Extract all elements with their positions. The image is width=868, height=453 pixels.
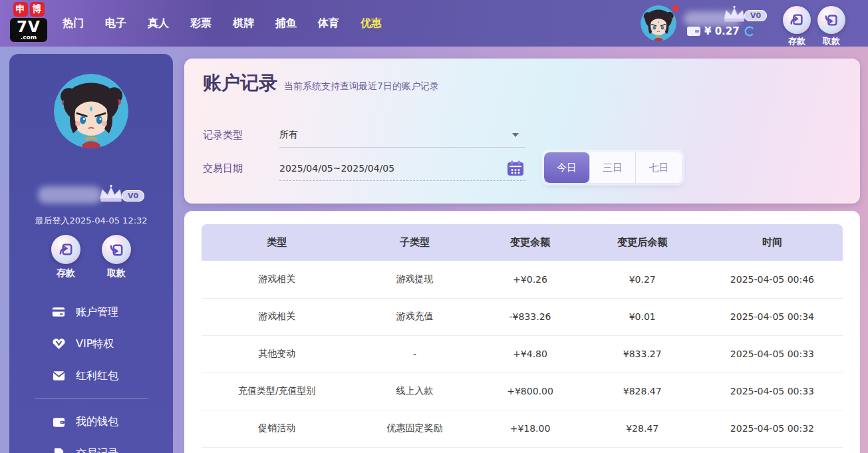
top-navigation-bar: 申 博 7V .com 热门 电子 真人 彩票 棋牌 捕鱼 体育 优惠 <box>0 0 868 47</box>
sidebar: V0 最后登入2025-04-05 12:32 存款 取款 账户管理 <box>9 54 173 453</box>
col-header-subtype: 子类型 <box>353 224 478 261</box>
range-button-3days[interactable]: 三日 <box>590 152 636 183</box>
site-logo[interactable]: 申 博 7V .com <box>8 2 49 42</box>
chevron-down-icon <box>512 133 519 137</box>
table-row: 促销活动 优惠固定奖励 +¥18.00 ¥28.47 2025-04-05 00… <box>202 410 843 447</box>
account-records-page: 申 博 7V .com 热门 电子 真人 彩票 棋牌 捕鱼 体育 优惠 <box>0 0 868 453</box>
logo-char-1: 申 <box>13 2 28 17</box>
record-type-select[interactable]: 所有 <box>279 122 525 148</box>
calendar-icon[interactable] <box>507 160 524 178</box>
nav-item-hot[interactable]: 热门 <box>52 17 94 31</box>
nav-item-sports[interactable]: 体育 <box>307 17 350 31</box>
notification-dot <box>672 5 678 11</box>
withdraw-icon <box>108 241 125 258</box>
sidebar-item-wallet[interactable]: 我的钱包 <box>9 406 173 438</box>
date-range-input[interactable]: 2025/04/05~2025/04/05 <box>279 156 525 181</box>
record-type-value: 所有 <box>279 129 298 141</box>
sidebar-withdraw-button[interactable]: 取款 <box>102 235 131 279</box>
user-info-cluster: V0 ¥ 0.27 存款 取款 <box>629 0 868 47</box>
records-table-panel: 类型 子类型 变更余额 变更后余额 时间 游戏相关 游戏提现 +¥0.26 ¥0… <box>184 211 860 453</box>
table-row: 充值类型/充值型别 线上入款 +¥800.00 ¥828.47 2025-04-… <box>202 373 843 410</box>
bank-card-icon <box>52 305 65 319</box>
sidebar-deposit-button[interactable]: 存款 <box>51 235 80 279</box>
wallet-icon <box>52 415 65 428</box>
profile-username-blurred <box>38 186 102 204</box>
col-header-time: 时间 <box>702 224 843 261</box>
page-title: 账户记录 <box>203 71 277 96</box>
logo-char-2: 博 <box>30 2 45 17</box>
nav-item-live[interactable]: 真人 <box>137 17 180 31</box>
deposit-button[interactable]: 存款 <box>783 6 811 47</box>
record-type-label: 记录类型 <box>203 129 279 142</box>
nav-item-fishing[interactable]: 捕鱼 <box>265 17 307 31</box>
vip-level-badge: V0 <box>122 190 144 202</box>
wallet-icon <box>687 27 700 36</box>
vip-level-badge: V0 <box>744 10 767 21</box>
sidebar-item-account-management[interactable]: 账户管理 <box>9 296 173 328</box>
main-nav-menu: 热门 电子 真人 彩票 棋牌 捕鱼 体育 优惠 <box>52 0 392 47</box>
table-row: 游戏相关 游戏提现 +¥0.26 ¥0.27 2025-04-05 00:46 <box>202 261 843 298</box>
table-body: 游戏相关 游戏提现 +¥0.26 ¥0.27 2025-04-05 00:46 … <box>202 261 843 447</box>
date-range-value: 2025/04/05~2025/04/05 <box>279 163 394 174</box>
profile-avatar[interactable] <box>54 74 128 148</box>
nav-item-lottery[interactable]: 彩票 <box>180 17 222 31</box>
records-table: 类型 子类型 变更余额 变更后余额 时间 游戏相关 游戏提现 +¥0.26 ¥0… <box>202 224 843 448</box>
user-avatar[interactable] <box>641 5 676 41</box>
nav-item-cards[interactable]: 棋牌 <box>222 17 265 31</box>
date-range-quick-buttons: 今日 三日 七日 <box>544 152 682 183</box>
nav-item-promotions[interactable]: 优惠 <box>350 17 392 31</box>
sidebar-item-transaction-records[interactable]: 交易记录 <box>9 438 173 453</box>
nav-item-slots[interactable]: 电子 <box>94 17 137 31</box>
menu-divider <box>35 398 148 399</box>
logo-brand: 7V <box>17 19 41 35</box>
range-button-7days[interactable]: 七日 <box>636 152 682 183</box>
logo-suffix: .com <box>21 35 37 41</box>
balance-amount: ¥ 0.27 <box>704 25 740 37</box>
deposit-icon <box>789 12 805 28</box>
col-header-change: 变更余额 <box>478 224 583 261</box>
document-icon <box>52 447 65 453</box>
vip-crown: V0 <box>720 5 767 23</box>
deposit-icon <box>58 241 74 258</box>
withdraw-button[interactable]: 取款 <box>817 6 845 47</box>
col-header-type: 类型 <box>202 224 353 261</box>
sidebar-menu: 账户管理 VIP特权 红利红包 我的钱包 <box>9 296 173 453</box>
range-button-today[interactable]: 今日 <box>544 152 590 183</box>
table-row: 其他变动 - +¥4.80 ¥833.27 2025-04-05 00:33 <box>202 335 843 373</box>
filter-panel: 账户记录 当前系统支持查询最近7日的账户记录 记录类型 所有 交易日期 2025… <box>184 59 860 204</box>
vip-badge-icon <box>52 337 65 351</box>
col-header-after-balance: 变更后余额 <box>583 224 702 261</box>
sidebar-item-vip[interactable]: VIP特权 <box>9 328 173 360</box>
table-row: 游戏相关 游戏充值 -¥833.26 ¥0.01 2025-04-05 00:3… <box>202 298 843 335</box>
withdraw-icon <box>823 12 839 28</box>
sidebar-item-bonus[interactable]: 红利红包 <box>9 360 173 392</box>
table-header-row: 类型 子类型 变更余额 变更后余额 时间 <box>202 224 843 261</box>
last-login-text: 最后登入2025-04-05 12:32 <box>9 215 173 227</box>
refresh-balance-icon[interactable] <box>744 25 756 37</box>
red-envelope-icon <box>52 369 65 382</box>
transaction-date-label: 交易日期 <box>203 162 279 175</box>
page-subtitle: 当前系统支持查询最近7日的账户记录 <box>284 80 439 92</box>
